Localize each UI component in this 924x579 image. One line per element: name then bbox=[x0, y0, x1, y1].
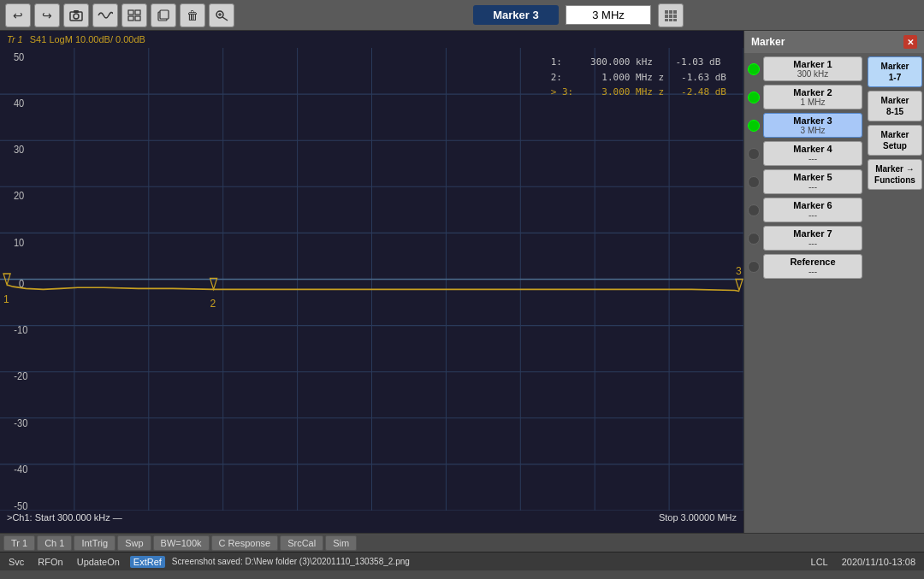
tab-marker-8-15[interactable]: Marker8-15 bbox=[868, 91, 922, 121]
grid-button[interactable] bbox=[121, 3, 147, 27]
right-panel-body: Marker 1 300 kHz Marker 2 1 MHz bbox=[744, 53, 924, 533]
reference-group: Reference --- bbox=[748, 254, 862, 279]
svg-rect-13 bbox=[665, 10, 668, 14]
x-stop-label: Stop 3.00000 MHz bbox=[659, 512, 737, 523]
marker-1-button[interactable]: Marker 1 300 kHz bbox=[763, 56, 862, 81]
svg-text:1: 1 bbox=[3, 292, 9, 304]
marker-6-group: Marker 6 --- bbox=[748, 198, 862, 222]
marker-2-group: Marker 2 1 MHz bbox=[748, 85, 862, 109]
svg-text:2: 2 bbox=[210, 298, 216, 310]
copy-button[interactable] bbox=[151, 3, 176, 27]
marker-5-group: Marker 5 --- bbox=[748, 169, 862, 194]
tab-marker-1-7[interactable]: Marker1-7 bbox=[868, 56, 922, 87]
marker-4-sub: --- bbox=[767, 154, 858, 163]
tab-marker-functions[interactable]: Marker →Functions bbox=[868, 159, 922, 190]
status-lcl: LCL bbox=[808, 556, 832, 568]
svg-line-10 bbox=[222, 17, 228, 21]
wave-button[interactable] bbox=[92, 3, 118, 27]
tab-marker-setup[interactable]: MarkerSetup bbox=[868, 125, 922, 156]
svg-text:30: 30 bbox=[14, 145, 24, 155]
svg-rect-6 bbox=[135, 16, 140, 21]
reference-sub: --- bbox=[767, 267, 858, 276]
marker-1-led bbox=[748, 63, 760, 75]
main-content: Tr 1 S41 LogM 10.00dB/ 0.00dB 1: 300.000… bbox=[0, 31, 924, 533]
marker-2-sub: 1 MHz bbox=[767, 97, 858, 107]
svg-rect-3 bbox=[128, 10, 133, 15]
status-updateon: UpdateOn bbox=[74, 556, 123, 568]
tab-response[interactable]: C Response bbox=[211, 535, 279, 551]
undo-button[interactable]: ↩ bbox=[5, 3, 31, 27]
svg-text:-50: -50 bbox=[14, 501, 27, 511]
svg-text:-40: -40 bbox=[14, 464, 27, 474]
marker-5-sub: --- bbox=[767, 182, 858, 192]
marker-3-button[interactable]: Marker 3 3 MHz bbox=[763, 113, 862, 138]
marker-2-label: Marker 2 bbox=[767, 87, 858, 97]
marker-6-label: Marker 6 bbox=[767, 200, 858, 210]
marker-4-button[interactable]: Marker 4 --- bbox=[763, 141, 862, 166]
tab-inttrig[interactable]: IntTrig bbox=[74, 535, 116, 551]
marker-3-sub: 3 MHz bbox=[767, 126, 858, 135]
nav-tabs-col: Marker1-7 Marker8-15 MarkerSetup Marker … bbox=[866, 53, 924, 533]
marker-1-label: Marker 1 bbox=[767, 59, 858, 69]
x-start-label: >Ch1: Start 300.000 kHz — bbox=[7, 512, 122, 523]
marker-1-group: Marker 1 300 kHz bbox=[748, 56, 862, 81]
marker-title: Marker 3 bbox=[473, 5, 559, 25]
marker-grid-icon[interactable] bbox=[658, 3, 684, 27]
tab-tr1[interactable]: Tr 1 bbox=[3, 535, 35, 551]
svg-rect-4 bbox=[135, 10, 140, 15]
svg-text:50: 50 bbox=[14, 52, 24, 62]
status-right: LCL 2020/11/10-13:08 bbox=[808, 556, 919, 568]
marker-3-group: Marker 3 3 MHz bbox=[748, 113, 862, 138]
plot-svg: 50 40 30 20 10 0 -10 -20 -30 -40 -50 1 bbox=[0, 48, 743, 511]
marker-3-led bbox=[748, 120, 760, 132]
svg-rect-19 bbox=[665, 19, 668, 21]
reference-button[interactable]: Reference --- bbox=[763, 254, 862, 279]
marker-5-label: Marker 5 bbox=[767, 172, 858, 182]
screenshot-button[interactable] bbox=[63, 3, 89, 27]
close-button[interactable]: ✕ bbox=[903, 35, 917, 49]
delete-button[interactable]: 🗑 bbox=[180, 3, 205, 27]
marker-7-button[interactable]: Marker 7 --- bbox=[763, 226, 862, 251]
marker-5-button[interactable]: Marker 5 --- bbox=[763, 169, 862, 194]
tab-bw100k[interactable]: BW=100k bbox=[153, 535, 210, 551]
marker-6-button[interactable]: Marker 6 --- bbox=[763, 198, 862, 222]
status-svc: Svc bbox=[5, 556, 27, 568]
marker-freq-input[interactable] bbox=[566, 5, 651, 25]
marker-2-button[interactable]: Marker 2 1 MHz bbox=[763, 85, 862, 109]
svg-rect-15 bbox=[673, 10, 677, 14]
tab-ch1[interactable]: Ch 1 bbox=[37, 535, 72, 551]
marker-3-label: Marker 3 bbox=[767, 115, 858, 126]
marker-info-overlay: 1: 300.000 kHz -1.03 dB 2: 1.000 MHz z -… bbox=[551, 55, 726, 100]
right-panel-title: Marker bbox=[751, 36, 785, 48]
svg-rect-14 bbox=[669, 10, 672, 14]
plot-svg-area: 1: 300.000 kHz -1.03 dB 2: 1.000 MHz z -… bbox=[0, 48, 743, 511]
marker-2-led bbox=[748, 92, 760, 103]
marker-1-info: 1: 300.000 kHz -1.03 dB bbox=[551, 55, 726, 70]
svg-text:3: 3 bbox=[736, 265, 742, 277]
status-datetime: 2020/11/10-13:08 bbox=[838, 556, 919, 568]
tab-swp[interactable]: Swp bbox=[117, 535, 151, 551]
marker-6-led bbox=[748, 204, 760, 216]
redo-button[interactable]: ↪ bbox=[34, 3, 60, 27]
status-screenshot: Screenshot saved: D:\New folder (3)\2020… bbox=[172, 557, 801, 566]
marker-3-info: > 3: 3.000 MHz z -2.48 dB bbox=[551, 85, 726, 100]
svg-rect-2 bbox=[74, 10, 79, 13]
plot-footer: >Ch1: Start 300.000 kHz — Stop 3.00000 M… bbox=[0, 511, 743, 524]
svg-rect-20 bbox=[669, 19, 672, 21]
bottom-tabs: Tr 1 Ch 1 IntTrig Swp BW=100k C Response… bbox=[0, 533, 924, 552]
svg-rect-5 bbox=[128, 16, 133, 21]
marker-7-label: Marker 7 bbox=[767, 228, 858, 239]
marker-buttons-col: Marker 1 300 kHz Marker 2 1 MHz bbox=[744, 53, 866, 533]
svg-text:40: 40 bbox=[14, 98, 24, 109]
marker-4-label: Marker 4 bbox=[767, 144, 858, 154]
svg-rect-16 bbox=[665, 15, 668, 18]
marker-1-sub: 300 kHz bbox=[767, 69, 858, 79]
tab-srccal[interactable]: SrcCal bbox=[280, 535, 323, 551]
tab-sim[interactable]: Sim bbox=[325, 535, 357, 551]
plot-header: Tr 1 S41 LogM 10.00dB/ 0.00dB bbox=[0, 31, 743, 48]
marker-7-sub: --- bbox=[767, 239, 858, 248]
svg-rect-17 bbox=[669, 15, 672, 18]
svg-rect-8 bbox=[160, 10, 169, 19]
marker-7-group: Marker 7 --- bbox=[748, 226, 862, 251]
zoom-button[interactable] bbox=[209, 3, 234, 27]
